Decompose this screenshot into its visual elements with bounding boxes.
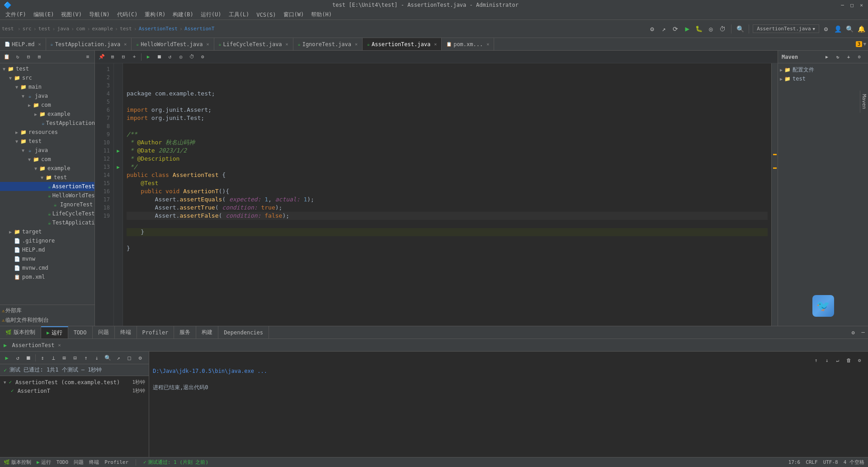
tree-item-main[interactable]: ▼ 📁 main	[0, 82, 94, 91]
breadcrumb-method[interactable]: AssertionT	[184, 26, 214, 32]
status-indent[interactable]: 4 个空格	[844, 459, 864, 466]
menu-file[interactable]: 文件(F)	[2, 10, 30, 19]
maven-tool-3[interactable]: +	[844, 52, 854, 62]
status-test-summary[interactable]: ✓ 测试通过: 1 (片刻 之前)	[143, 459, 208, 466]
menu-view[interactable]: 视图(V)	[57, 10, 85, 19]
status-encoding[interactable]: UTF-8	[823, 459, 838, 465]
editor-tool-3[interactable]: ⊟	[118, 52, 128, 62]
tree-item-testapp[interactable]: ▶ ☕ TestApplication	[0, 119, 94, 128]
search-button[interactable]: 🔍	[735, 24, 745, 34]
bottom-tab-services[interactable]: 服务	[174, 326, 196, 338]
maven-item-profiles[interactable]: ▶ 📁 配置文件	[780, 65, 866, 75]
tree-item-test-src[interactable]: ▼ 📁 test	[0, 137, 94, 146]
tree-item-java-test[interactable]: ▼ ☕ java	[0, 146, 94, 155]
tree-item-test-pkg[interactable]: ▼ 📁 test	[0, 173, 94, 182]
close-button[interactable]: ✕	[859, 2, 864, 8]
test-rerun-btn[interactable]: ↺	[13, 353, 23, 363]
status-profiler[interactable]: Profiler	[104, 459, 128, 465]
test-method-result[interactable]: ✓ AssertionT 1秒钟	[2, 386, 147, 395]
tree-item-target[interactable]: ▶ 📁 target	[0, 227, 94, 236]
toolbar-icon-1[interactable]: ⚙	[647, 24, 657, 34]
tree-item-com-test[interactable]: ▼ 📁 com	[0, 155, 94, 164]
menu-help[interactable]: 帮助(H)	[307, 10, 335, 19]
status-terminal[interactable]: 终端	[89, 459, 99, 466]
test-collapse-btn[interactable]: ⊟	[70, 353, 80, 363]
output-wrap[interactable]: ↵	[833, 355, 843, 365]
sidebar-tool-1[interactable]: 📋	[2, 52, 12, 62]
editor-tool-2[interactable]: ⊞	[108, 52, 118, 62]
bottom-tab-run[interactable]: ▶ 运行	[41, 326, 68, 338]
tree-item-helloworld[interactable]: ▶ ☕ HelloWorldTest	[0, 191, 94, 200]
menu-run[interactable]: 运行(U)	[197, 10, 225, 19]
tree-item-assertion-test[interactable]: ▶ ☕ AssertionTest	[0, 182, 94, 191]
bottom-tab-todo[interactable]: TODO	[68, 326, 93, 338]
tab-testapp[interactable]: ☕ TestApplication.java ✕	[46, 38, 132, 50]
maven-item-test[interactable]: ▶ 📁 test	[780, 75, 866, 83]
output-tool-2[interactable]: ↓	[822, 355, 832, 365]
bottom-tab-problems[interactable]: 问题	[93, 326, 115, 338]
tree-item-test-root[interactable]: ▼ 📁 test	[0, 64, 94, 73]
sidebar-collapse[interactable]: ⊟	[24, 52, 33, 62]
run-method-gutter-icon[interactable]: ▶	[117, 164, 120, 170]
tab-pom[interactable]: 📋 pom.xm... ✕	[442, 38, 494, 50]
tree-item-example-test[interactable]: ▼ 📁 example	[0, 164, 94, 173]
bottom-tab-terminal[interactable]: 终端	[115, 326, 137, 338]
coverage-button[interactable]: ◎	[706, 24, 716, 34]
toolbar-icon-2[interactable]: ↗	[659, 24, 669, 34]
sidebar-expand[interactable]: ⊞	[34, 52, 44, 62]
tree-item-mvnwcmd[interactable]: ▶ 📄 mvnw.cmd	[0, 263, 94, 272]
tree-item-helpmd[interactable]: ▶ 📄 HELP.md	[0, 245, 94, 254]
test-sort-btn[interactable]: ↕	[38, 353, 47, 363]
rerun-button[interactable]: ↺	[165, 52, 175, 62]
sidebar-tool-2[interactable]: ↻	[13, 52, 23, 62]
title-bar-controls[interactable]: ─ □ ✕	[840, 2, 864, 8]
bottom-settings[interactable]: ⚙	[848, 328, 858, 338]
tab-ignore[interactable]: ☕ IgnoreTest.java ✕	[293, 38, 363, 50]
status-position[interactable]: 17:6	[788, 459, 801, 465]
bottom-tab-profiler[interactable]: Profiler	[137, 326, 175, 338]
profile-button[interactable]: ⏱	[717, 24, 727, 34]
test-filter-btn[interactable]: ⊥	[48, 353, 58, 363]
tree-item-java-main[interactable]: ▼ ☕ java	[0, 91, 94, 100]
tree-item-testappt[interactable]: ▶ ☕ TestApplicationT	[0, 218, 94, 227]
tab-lifecycle[interactable]: ☕ LifeCycleTest.java ✕	[214, 38, 293, 50]
run-button[interactable]: ▶	[682, 24, 692, 34]
test-search-btn[interactable]: 🔍	[103, 353, 113, 363]
output-tool-1[interactable]: ↑	[811, 355, 821, 365]
test-up-btn[interactable]: ↑	[81, 353, 91, 363]
menu-refactor[interactable]: 重构(R)	[141, 10, 169, 19]
status-run[interactable]: ▶ 运行	[37, 459, 51, 466]
breadcrumb-class[interactable]: AssertionTest	[139, 26, 178, 32]
tab-helloworld[interactable]: ☕ HelloWorldTest.java ✕	[132, 38, 214, 50]
output-settings[interactable]: ⚙	[854, 355, 864, 365]
editor-tool-5[interactable]: ◎	[176, 52, 186, 62]
menu-nav[interactable]: 导航(N)	[85, 10, 113, 19]
user-icon[interactable]: 👤	[833, 24, 843, 34]
tree-item-resources[interactable]: ▶ 📁 resources	[0, 128, 94, 137]
test-run-btn[interactable]: ▶	[2, 353, 12, 363]
test-stop-btn[interactable]: ⏹	[24, 353, 33, 363]
code-editor[interactable]: package com.example.test; import org.jun…	[123, 63, 771, 326]
maximize-button[interactable]: □	[849, 2, 855, 8]
test-settings-btn[interactable]: ⚙	[135, 353, 145, 363]
editor-scrollbar[interactable]	[771, 63, 778, 326]
debug-button[interactable]: 🐛	[694, 24, 704, 34]
test-export-btn[interactable]: ↗	[113, 353, 123, 363]
bottom-tab-build[interactable]: 构建	[196, 326, 218, 338]
editor-tool-4[interactable]: +	[129, 52, 139, 62]
tree-item-scratch[interactable]: ⚠ 临时文件和控制台	[0, 315, 94, 325]
test-down-btn[interactable]: ↓	[92, 353, 102, 363]
search-everywhere[interactable]: 🔍	[844, 24, 854, 34]
tree-item-example-main[interactable]: ▶ 📁 example	[0, 110, 94, 119]
bottom-tab-dependencies[interactable]: Dependencies	[218, 326, 269, 338]
menu-build[interactable]: 构建(B)	[169, 10, 197, 19]
bottom-minimize[interactable]: ─	[858, 328, 868, 338]
menu-tools[interactable]: 工具(L)	[225, 10, 253, 19]
menu-code[interactable]: 代码(C)	[113, 10, 142, 19]
warning-badge[interactable]: 3	[856, 41, 863, 47]
run-config-selector[interactable]: AssertionTest.java ▼	[753, 24, 819, 33]
tree-item-lifecycle[interactable]: ▶ ☕ LifeCycleTest	[0, 209, 94, 218]
editor-tool-6[interactable]: ⏱	[187, 52, 197, 62]
test-open-btn[interactable]: □	[124, 353, 134, 363]
tree-item-ignore[interactable]: ▶ ☕ IgnoreTest	[0, 200, 94, 209]
